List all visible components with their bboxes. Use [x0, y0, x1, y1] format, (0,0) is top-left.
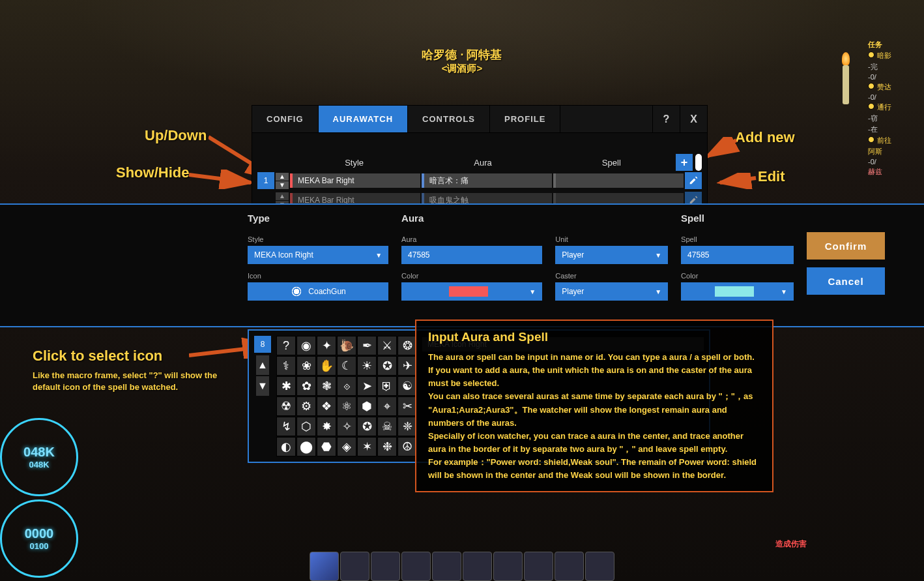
icon-option[interactable]: ☾ — [337, 356, 356, 376]
icon-option[interactable]: ☀ — [357, 356, 377, 376]
icon-option[interactable]: ⌖ — [377, 396, 397, 416]
icon-option[interactable]: ❀ — [296, 356, 316, 376]
picker-up[interactable]: ▲ — [256, 355, 269, 375]
tab-profile[interactable]: PROFILE — [490, 106, 560, 132]
icon-option[interactable]: ➤ — [357, 376, 377, 396]
icon-option[interactable]: ↯ — [276, 417, 296, 436]
icon-option[interactable]: 🐌 — [337, 336, 356, 355]
action-slot[interactable] — [524, 552, 553, 581]
icon-option[interactable]: ☢ — [276, 396, 296, 416]
aura-input[interactable]: 47585 — [401, 246, 542, 264]
cancel-button[interactable]: Cancel — [807, 267, 885, 295]
tab-config[interactable]: CONFIG — [252, 106, 319, 132]
icon-option[interactable]: ✱ — [276, 376, 296, 396]
scroll-indicator[interactable] — [695, 154, 702, 171]
icon-option[interactable]: ✂ — [397, 396, 417, 416]
quest-item[interactable]: 赞达 — [865, 82, 924, 93]
icon-option[interactable]: ☮ — [397, 437, 417, 456]
action-slot[interactable] — [555, 552, 584, 581]
quest-item[interactable]: 阿斯 — [865, 146, 924, 157]
close-button[interactable]: X — [680, 106, 707, 133]
spell-color-picker[interactable]: ▼ — [681, 282, 794, 301]
quest-item[interactable]: 通行 — [865, 102, 924, 113]
action-slot[interactable] — [585, 552, 614, 581]
row-style-cell[interactable]: MEKA Bar Right — [290, 173, 420, 188]
icon-option[interactable]: ✧ — [337, 417, 356, 436]
icon-option[interactable]: ✈ — [397, 356, 417, 376]
player-resource-frame[interactable]: 0000 0100 — [0, 499, 78, 578]
icon-option[interactable]: ◈ — [337, 437, 356, 456]
style-dropdown[interactable]: MEKA Icon Right▼ — [248, 246, 388, 264]
action-slot[interactable] — [432, 552, 461, 581]
icon-option[interactable]: ✶ — [357, 437, 377, 456]
info-p2: You can also trace several auras at same… — [428, 390, 760, 429]
icon-option[interactable]: ✋ — [317, 356, 336, 376]
icon-option[interactable]: ✒ — [357, 336, 377, 355]
action-slot[interactable] — [401, 552, 431, 581]
picker-down[interactable]: ▼ — [256, 376, 269, 396]
icon-option[interactable]: ⟐ — [337, 376, 356, 396]
icon-option[interactable]: ✸ — [317, 417, 336, 436]
confirm-button[interactable]: Confirm — [807, 232, 885, 260]
tab-aurawatch[interactable]: AURAWATCH — [319, 106, 409, 132]
icon-option[interactable]: ? — [276, 336, 296, 355]
icon-option[interactable]: ✪ — [357, 417, 377, 436]
icon-option[interactable]: ⚔ — [377, 336, 397, 355]
icon-option[interactable]: ⚛ — [337, 396, 356, 416]
aura-label: Aura — [401, 235, 542, 243]
icon-option[interactable]: ✿ — [296, 376, 316, 396]
icon-option[interactable]: ⚕ — [276, 356, 296, 376]
icon-option[interactable]: ⬤ — [296, 437, 316, 456]
aura-color-picker[interactable]: ▼ — [401, 282, 542, 301]
icon-option[interactable]: ❉ — [377, 437, 397, 456]
header-style: Style — [290, 158, 418, 168]
icon-option[interactable]: ☠ — [377, 417, 397, 436]
action-slot[interactable] — [463, 552, 492, 581]
icon-option[interactable]: ⬣ — [317, 437, 336, 456]
edit-row-button[interactable] — [685, 172, 702, 189]
player-health-frame[interactable]: 048K 048K — [0, 418, 78, 496]
icon-option[interactable]: ⛨ — [377, 376, 397, 396]
icon-option[interactable]: ◐ — [276, 437, 296, 456]
icon-option[interactable]: ☯ — [397, 376, 417, 396]
caster-dropdown[interactable]: Player▼ — [555, 282, 668, 301]
action-slot[interactable] — [493, 552, 523, 581]
info-p1: The aura or spell can be input in name o… — [428, 351, 760, 390]
quest-objective: -窃 — [865, 113, 924, 124]
detail-edit-panel: Type Style MEKA Icon Right▼ Icon CoachGu… — [0, 203, 924, 327]
icon-option[interactable]: ❃ — [317, 376, 336, 396]
quest-item[interactable]: 暗影 — [865, 50, 924, 61]
icon-option[interactable]: ❂ — [397, 336, 417, 355]
icon-option[interactable]: ⬢ — [357, 396, 377, 416]
tab-bar: CONFIG AURAWATCH CONTROLS PROFILE ? X — [252, 106, 707, 133]
picker-index[interactable]: 8 — [254, 336, 271, 353]
spell-input[interactable]: 47585 — [681, 246, 794, 264]
icon-option[interactable]: ⚙ — [296, 396, 316, 416]
icon-option[interactable]: ◉ — [296, 336, 316, 355]
watcher-row-1: 1 ▲ ▼ MEKA Bar Right 暗言术：痛 — [252, 172, 707, 189]
quest-item[interactable]: 前往 — [865, 135, 924, 146]
add-new-button[interactable]: + — [676, 154, 693, 171]
icon-selector[interactable]: CoachGun — [248, 282, 388, 301]
mp-value: 0000 — [25, 526, 54, 541]
quest-item[interactable]: 赫兹 — [865, 166, 924, 177]
move-up-button[interactable]: ▲ — [276, 173, 289, 181]
row-aura-cell[interactable]: 暗言术：痛 — [422, 173, 552, 188]
icon-option[interactable]: ⬡ — [296, 417, 316, 436]
move-down-button[interactable]: ▼ — [276, 181, 289, 189]
icon-option[interactable]: ❖ — [317, 396, 336, 416]
unit-dropdown[interactable]: Player▼ — [555, 246, 668, 264]
move-up-button[interactable]: ▲ — [276, 192, 289, 200]
icon-option[interactable]: ✪ — [377, 356, 397, 376]
spell-color-label: Color — [681, 272, 794, 280]
row-spell-cell[interactable] — [553, 173, 684, 188]
icon-option[interactable]: ✦ — [317, 336, 336, 355]
icon-option[interactable]: ❈ — [397, 417, 417, 436]
action-slot[interactable] — [340, 552, 369, 581]
show-hide-toggle[interactable]: 1 — [257, 172, 274, 189]
quest-header: 任务 — [865, 39, 924, 50]
help-button[interactable]: ? — [652, 106, 680, 133]
action-slot[interactable] — [371, 552, 400, 581]
tab-controls[interactable]: CONTROLS — [408, 106, 490, 132]
action-slot[interactable] — [310, 552, 339, 581]
